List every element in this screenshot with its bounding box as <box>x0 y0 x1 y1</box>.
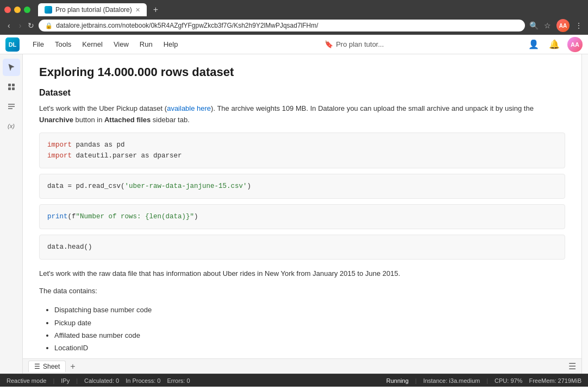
in-process-item: In Process: 0 <box>126 377 160 384</box>
calculated-item: Calculated: 0 <box>84 377 119 384</box>
svg-rect-2 <box>8 87 11 90</box>
address-box[interactable]: 🔒 datalore.jetbrains.com/notebook/0k5R4A… <box>39 20 525 31</box>
menu-view[interactable]: View <box>109 39 133 50</box>
bookmark-icon: 🔖 <box>324 40 333 48</box>
sidebar-item-attachments[interactable] <box>3 78 20 96</box>
user-settings-button[interactable]: 👤 <box>526 38 541 51</box>
new-tab-button[interactable]: + <box>149 4 162 16</box>
divider2: | <box>76 377 78 384</box>
in-process-label: In Process: 0 <box>126 377 160 384</box>
bookmark-button[interactable]: ☆ <box>544 21 551 30</box>
right-panel <box>581 54 588 374</box>
svg-rect-0 <box>8 84 11 86</box>
code-cell-read-csv[interactable]: data = pd.read_csv('uber-raw-data-janjun… <box>39 174 565 199</box>
tab-close-button[interactable]: ✕ <box>135 7 140 14</box>
sidebar-item-outline[interactable] <box>3 98 20 115</box>
running-label: Running <box>386 377 409 384</box>
variables-icon: (x) <box>8 123 15 129</box>
instance-label: Instance: i3a.medium <box>423 377 480 384</box>
list-item: Dispatching base number code <box>54 304 565 316</box>
more-options-button[interactable]: ⋮ <box>575 21 583 30</box>
list-item: Pickup date <box>54 317 565 329</box>
freemem-item: FreeMem: 2719MiB <box>529 377 581 384</box>
raw-data-description: Let's work with the raw data file that h… <box>39 268 565 280</box>
profile-avatar[interactable]: AA <box>556 19 570 32</box>
browser-tab[interactable]: Pro plan tutorial (Datalore) ✕ <box>38 3 147 16</box>
lock-icon: 🔒 <box>45 22 53 29</box>
forward-button[interactable]: › <box>17 20 24 31</box>
app: DL File Tools Kernel View Run Help 🔖 Pro… <box>0 35 588 387</box>
window-minimize[interactable] <box>14 7 21 13</box>
sidebar-item-variables[interactable]: (x) <box>3 117 20 135</box>
data-fields-list: Dispatching base number code Pickup date… <box>39 304 565 355</box>
errors-item: Errors: 0 <box>167 377 190 384</box>
add-sheet-button[interactable]: + <box>68 362 77 371</box>
search-button[interactable]: 🔍 <box>529 21 539 30</box>
main-layout: (x) Exploring 14.000.000 rows dataset Da… <box>0 54 588 374</box>
cpu-item: CPU: 97% <box>495 377 522 384</box>
address-text: datalore.jetbrains.com/notebook/0k5R4AZg… <box>56 22 518 29</box>
errors-label: Errors: 0 <box>167 377 190 384</box>
tab-bar: Pro plan tutorial (Datalore) ✕ + <box>0 0 588 16</box>
menu-items: File Tools Kernel View Run Help <box>28 39 182 50</box>
running-status: Running <box>386 377 409 384</box>
status-bar: Reactive mode | IPy | Calculated: 0 In P… <box>0 374 588 387</box>
sheet-icon: ☰ <box>34 363 40 370</box>
data-contains-label: The data contains: <box>39 286 565 297</box>
dataset-description: Let's work with the Uber Pickup dataset … <box>39 103 565 126</box>
svg-rect-3 <box>12 87 15 90</box>
browser-chrome: Pro plan tutorial (Datalore) ✕ + ‹ › ↻ 🔒… <box>0 0 588 35</box>
menu-tools[interactable]: Tools <box>51 39 76 50</box>
window-close[interactable] <box>4 7 11 13</box>
app-toolbar: DL File Tools Kernel View Run Help 🔖 Pro… <box>0 35 588 54</box>
section-dataset-title: Dataset <box>39 88 565 98</box>
instance-item: Instance: i3a.medium <box>423 377 480 384</box>
notebook-title-display: 🔖 Pro plan tutor... <box>324 40 384 48</box>
list-item: LocationID <box>54 342 565 354</box>
menu-run[interactable]: Run <box>135 39 157 50</box>
cpu-label: CPU: 97% <box>495 377 522 384</box>
menu-file[interactable]: File <box>28 39 48 50</box>
code-cell-imports[interactable]: import pandas as pd import dateutil.pars… <box>39 133 565 168</box>
toolbar-actions: 👤 🔔 AA <box>526 37 583 52</box>
notifications-button[interactable]: 🔔 <box>547 38 562 51</box>
refresh-button[interactable]: ↻ <box>28 21 34 30</box>
divider3: | <box>415 377 417 384</box>
list-item: Affilated base number code <box>54 329 565 342</box>
browser-actions: 🔍 ☆ AA ⋮ <box>529 19 583 32</box>
notebook-content[interactable]: Exploring 14.000.000 rows dataset Datase… <box>23 54 581 358</box>
reactive-mode-item[interactable]: Reactive mode <box>7 377 46 384</box>
code-cell-print[interactable]: print(f"Number of rows: {len(data)}") <box>39 204 565 229</box>
code-cell-head[interactable]: data.head() <box>39 235 565 260</box>
tab-favicon <box>45 6 52 14</box>
freemem-label: FreeMem: 2719MiB <box>529 377 581 384</box>
sheet-tab-label: Sheet <box>43 363 60 370</box>
bottom-tabs: ☰ Sheet + ☰ <box>23 358 581 374</box>
sheet-tab[interactable]: ☰ Sheet <box>28 361 66 372</box>
sidebar-item-cursor[interactable] <box>3 59 20 76</box>
svg-rect-1 <box>12 84 15 86</box>
divider1: | <box>53 377 54 384</box>
reactive-mode-label: Reactive mode <box>7 377 46 384</box>
divider4: | <box>486 377 488 384</box>
notebook-settings-button[interactable]: ☰ <box>568 361 576 371</box>
back-button[interactable]: ‹ <box>5 20 12 31</box>
notebook-main-title: Exploring 14.000.000 rows dataset <box>39 65 565 79</box>
user-avatar[interactable]: AA <box>567 37 583 52</box>
available-here-link[interactable]: available here <box>167 104 211 112</box>
app-logo: DL <box>5 37 20 52</box>
calculated-label: Calculated: 0 <box>84 377 119 384</box>
menu-help[interactable]: Help <box>159 39 183 50</box>
address-bar-row: ‹ › ↻ 🔒 datalore.jetbrains.com/notebook/… <box>0 16 588 35</box>
window-maximize[interactable] <box>24 7 30 13</box>
menu-kernel[interactable]: Kernel <box>78 39 107 50</box>
sidebar: (x) <box>0 54 23 374</box>
tab-title: Pro plan tutorial (Datalore) <box>55 6 132 14</box>
ipy-label: IPy <box>61 377 70 384</box>
ipy-item: IPy <box>61 377 70 384</box>
